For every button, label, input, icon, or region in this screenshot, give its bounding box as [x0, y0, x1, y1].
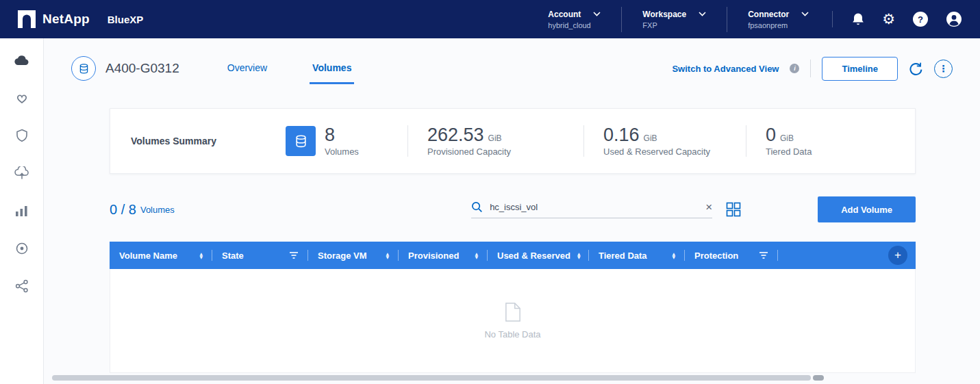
bar-chart-icon: [15, 205, 28, 217]
header-actions: ⚙ ?: [832, 11, 962, 27]
sidebar-item-health[interactable]: [8, 84, 36, 112]
connector-menu[interactable]: Connector fpsaonprem: [727, 7, 829, 32]
filter-icon: [759, 251, 768, 259]
summary-title: Volumes Summary: [131, 136, 286, 146]
profile-avatar-icon[interactable]: [946, 11, 962, 27]
stat-provisioned-label: Provisioned Capacity: [427, 146, 511, 157]
page-title: A400-G0312: [105, 61, 179, 76]
refresh-icon[interactable]: [909, 62, 923, 76]
stat-volumes-value: 8: [325, 125, 335, 144]
app-header: NetApp BlueXP Account hybrid_cloud Works…: [0, 0, 980, 38]
sort-icon: ▲▼: [577, 252, 581, 259]
horizontal-scrollbar: [52, 375, 824, 381]
volumes-count: 0 / 8: [110, 202, 136, 218]
column-used-reserved[interactable]: Used & Reserved ▲▼: [488, 242, 589, 269]
grid-view-button[interactable]: [726, 202, 741, 217]
volumes-table-header: Volume Name ▲▼ State Storage VM ▲▼ Provi…: [110, 242, 916, 269]
more-options-button[interactable]: ⋮: [934, 60, 953, 78]
divider: [583, 125, 584, 157]
stat-provisioned-value: 262.53: [427, 125, 484, 144]
sidebar: [0, 38, 44, 384]
heart-icon: [15, 92, 29, 104]
stat-tiered-value: 0: [766, 125, 776, 144]
account-label: Account: [548, 10, 581, 19]
brand: NetApp BlueXP: [18, 10, 143, 28]
switch-advanced-view-link[interactable]: Switch to Advanced View: [672, 64, 779, 74]
sidebar-item-mobility[interactable]: [8, 159, 36, 187]
sort-icon: ▲▼: [475, 252, 478, 259]
netapp-logo-icon: [18, 10, 36, 28]
sort-icon: ▲▼: [386, 252, 389, 259]
column-volume-name[interactable]: Volume Name ▲▼: [110, 242, 212, 269]
search-icon: [471, 201, 483, 213]
connector-label: Connector: [748, 10, 789, 19]
tab-volumes[interactable]: Volumes: [312, 62, 351, 75]
stat-tiered-unit: GiB: [780, 133, 794, 143]
environment-subheader: A400-G0312 Overview Volumes Switch to Ad…: [44, 38, 980, 81]
volumes-count-label: Volumes: [140, 205, 175, 215]
column-provisioned[interactable]: Provisioned ▲▼: [399, 242, 488, 269]
info-icon: i: [790, 64, 799, 73]
column-storage-vm[interactable]: Storage VM ▲▼: [308, 242, 399, 269]
stat-volumes-label: Volumes: [325, 146, 359, 157]
column-tiered-data[interactable]: Tiered Data ▲▼: [589, 242, 685, 269]
account-menu[interactable]: Account hybrid_cloud: [527, 7, 621, 32]
target-icon: [15, 242, 29, 255]
search-input[interactable]: [490, 202, 699, 212]
clear-search-icon[interactable]: ×: [705, 201, 712, 213]
divider: [746, 125, 746, 157]
stat-provisioned-unit: GiB: [488, 133, 502, 143]
table-empty-state: No Table Data: [110, 269, 916, 373]
sidebar-item-storage[interactable]: [8, 47, 36, 74]
stat-provisioned: 262.53 GiB Provisioned Capacity: [427, 125, 583, 157]
scrollbar-thumb[interactable]: [52, 375, 811, 381]
sidebar-item-control[interactable]: [8, 235, 36, 262]
sidebar-item-extensions[interactable]: [8, 272, 36, 300]
header-context: Account hybrid_cloud Workspace FXP Conne…: [527, 7, 829, 32]
sidebar-item-protection[interactable]: [8, 122, 36, 149]
workspace-label: Workspace: [642, 10, 686, 19]
column-state[interactable]: State: [212, 242, 308, 269]
brand-name: NetApp: [42, 12, 90, 27]
filter-icon: [289, 251, 299, 259]
scrollbar-thumb-end[interactable]: [813, 375, 824, 381]
sidebar-item-analytics[interactable]: [8, 197, 36, 225]
chevron-down-icon: [801, 12, 809, 16]
settings-gear-icon[interactable]: ⚙: [882, 12, 895, 27]
add-volume-button[interactable]: Add Volume: [818, 196, 916, 222]
stat-used-value: 0.16: [603, 125, 640, 144]
divider: [407, 125, 408, 157]
account-value: hybrid_cloud: [548, 21, 601, 29]
cloud-icon: [14, 54, 29, 66]
notifications-bell-icon[interactable]: [852, 12, 864, 27]
working-environment-icon: [71, 56, 96, 81]
timeline-button[interactable]: Timeline: [822, 57, 898, 81]
shield-icon: [16, 129, 28, 142]
sort-icon: ▲▼: [672, 252, 675, 259]
brand-product: BlueXP: [108, 14, 144, 25]
add-column-button[interactable]: +: [888, 246, 907, 265]
stat-tiered-label: Tiered Data: [766, 146, 812, 157]
cloud-sync-icon: [14, 166, 29, 180]
volumes-tile-icon: [286, 126, 316, 156]
search-field: ×: [471, 201, 712, 218]
stat-volumes: 8 Volumes: [286, 125, 407, 157]
chevron-down-icon: [593, 12, 601, 16]
column-protection[interactable]: Protection: [685, 242, 778, 269]
stat-used-unit: GiB: [644, 133, 657, 143]
volumes-table: Volume Name ▲▼ State Storage VM ▲▼ Provi…: [110, 242, 916, 373]
empty-file-icon: [505, 302, 521, 322]
tab-overview[interactable]: Overview: [227, 62, 267, 75]
help-icon[interactable]: ?: [913, 12, 928, 27]
stat-used-label: Used & Reserved Capacity: [603, 146, 710, 157]
sort-icon: ▲▼: [199, 252, 203, 259]
connector-value: fpsaonprem: [748, 21, 809, 29]
main-content: A400-G0312 Overview Volumes Switch to Ad…: [44, 38, 980, 384]
tabs: Overview Volumes: [227, 62, 352, 75]
divider: [810, 60, 811, 77]
summary-stats: 8 Volumes 262.53 GiB: [286, 125, 894, 157]
empty-state-text: No Table Data: [484, 329, 540, 340]
volumes-toolbar: 0 / 8 Volumes × Add Volume: [110, 196, 916, 222]
stat-used-reserved: 0.16 GiB Used & Reserved Capacity: [603, 125, 746, 157]
workspace-menu[interactable]: Workspace FXP: [621, 7, 727, 32]
